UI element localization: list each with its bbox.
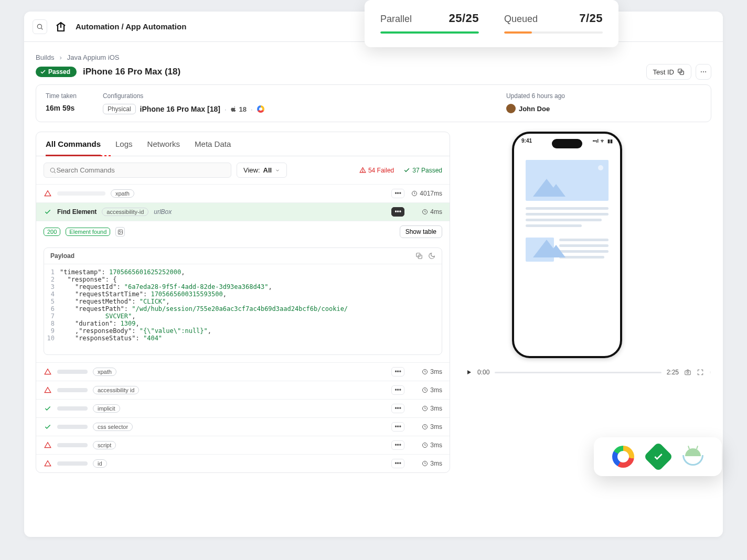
header-title: Automation / App Automation [76,22,186,31]
row-time: 3ms [411,423,442,430]
device-preview: 9:41 ••ılᯤ▮▮ [512,132,622,358]
player-more-icon[interactable] [709,369,711,376]
view-dropdown[interactable]: View: All [237,163,287,178]
test-id-label: Test ID [653,68,674,76]
placeholder-text [57,461,88,466]
svg-line-1 [41,28,43,29]
locator-chip: xpath [111,189,134,198]
device-name: iPhone 16 Pro Max [18] [140,105,220,113]
player-current-time: 0:00 [477,369,489,376]
tab-meta-data[interactable]: Meta Data [195,139,231,156]
command-row[interactable]: script•••3ms [36,436,450,454]
locator-chip: accessibility-id [102,208,148,216]
svg-point-4 [701,71,702,72]
pinwheel-logo [612,446,634,468]
row-menu[interactable]: ••• [391,422,404,432]
page-title: iPhone 16 Pro Max (18) [83,67,180,77]
row-menu[interactable]: ••• [391,189,404,198]
app-logo [55,20,68,34]
locator-chip: accessibility id [93,386,139,394]
player-total-time: 2:25 [667,369,679,376]
svg-point-27 [710,372,711,373]
video-player: 0:00 2:25 [466,369,711,376]
warning-icon [44,386,52,394]
preview-image-small [526,238,554,262]
status-badge-label: Passed [48,68,70,76]
payload-code: 1"timestamp": 1705665601625252000,2 "res… [44,264,442,354]
integrations-card [594,437,722,476]
row-menu[interactable]: ••• [391,440,404,450]
row-menu[interactable]: ••• [391,459,404,468]
row-time: 3ms [411,368,442,375]
tab-logs[interactable]: Logs [115,139,133,156]
camera-icon[interactable] [684,369,691,376]
usage-card: Parallel 25/25 Queued 7/25 [365,0,618,47]
breadcrumb-root[interactable]: Builds [36,53,54,61]
svg-point-0 [37,24,41,28]
warning-icon [44,190,52,197]
svg-point-14 [119,231,120,232]
row-menu[interactable]: ••• [391,207,404,217]
status-message-tag: Element found [66,228,110,236]
os-version: 18 [239,105,247,113]
locator-chip: css selector [93,423,133,431]
global-search-button[interactable] [33,19,47,34]
tab-all-commands[interactable]: All Commands [46,139,101,156]
command-row[interactable]: id•••3ms [36,454,450,472]
svg-rect-24 [685,371,691,375]
placeholder-text [57,191,105,196]
user-name: John Doe [519,105,550,113]
session-info-box: Time taken 16m 59s Configurations Physic… [36,84,711,122]
search-icon [49,167,56,174]
svg-point-28 [710,373,711,373]
row-menu[interactable]: ••• [391,385,404,395]
test-id-button[interactable]: Test ID [646,64,691,80]
svg-point-7 [50,168,55,172]
command-row[interactable]: xpath•••3ms [36,362,450,381]
command-row[interactable]: implicit•••3ms [36,399,450,417]
parallel-label: Parallel [380,14,412,25]
copy-icon[interactable] [415,252,423,260]
player-timeline[interactable] [495,372,661,373]
status-code-tag: 200 [44,228,60,236]
warning-icon [44,460,52,467]
theme-icon[interactable] [428,252,435,260]
locator-chip: id [93,459,107,468]
command-row[interactable]: css selector•••3ms [36,417,450,436]
payload-title: Payload [50,252,74,260]
svg-point-25 [687,372,689,374]
tab-networks[interactable]: Networks [147,139,180,156]
more-button[interactable] [696,64,711,80]
breadcrumb: Builds › Java Appium iOS [36,53,711,61]
screenshot-icon[interactable] [115,227,125,236]
svg-point-26 [710,372,711,372]
chevron-down-icon [275,168,280,173]
row-menu[interactable]: ••• [391,404,404,413]
locator-chip: implicit [93,404,120,413]
search-commands-input[interactable] [56,166,226,174]
framework-icon [257,105,264,113]
locator-chip: xpath [93,368,116,376]
command-row[interactable]: accessibility id•••3ms [36,381,450,399]
row-time: 3ms [411,441,442,449]
apple-icon: 18 [231,105,247,113]
row-menu[interactable]: ••• [391,367,404,376]
shield-check-logo [644,442,674,472]
fullscreen-icon[interactable] [697,369,704,376]
time-taken-label: Time taken [46,92,77,100]
command-name: Find Element [57,208,97,216]
passed-count: 37 Passed [403,167,442,174]
placeholder-text [57,388,88,392]
configurations-label: Configurations [103,92,264,100]
play-button[interactable] [466,369,472,375]
show-table-button[interactable]: Show table [400,225,442,238]
command-sub-row: 200 Element found Show table [36,221,450,242]
check-icon [44,423,52,430]
svg-point-6 [705,71,706,72]
search-commands-wrap[interactable] [44,163,231,178]
command-row-highlighted[interactable]: Find Element accessibility-id urlBox •••… [36,202,450,221]
command-row[interactable]: xpath ••• 4017ms [36,184,450,202]
selector-value: urlBox [154,208,172,216]
svg-line-8 [54,171,55,173]
check-icon [44,208,52,216]
